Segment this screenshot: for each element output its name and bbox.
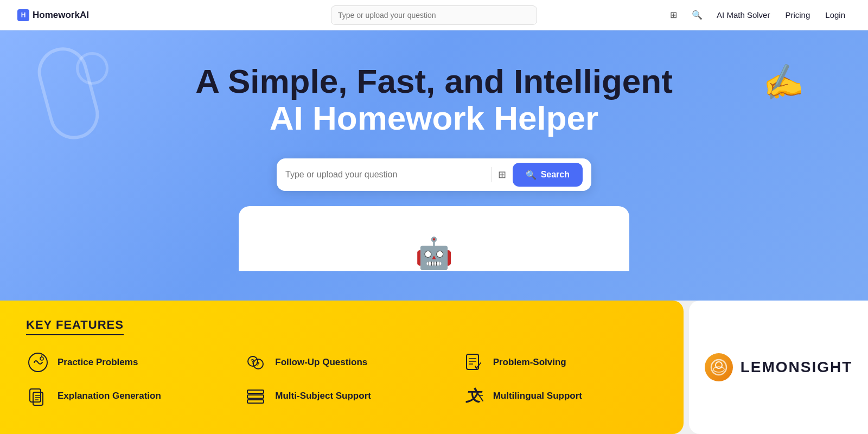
feature-label-practice-problems: Practice Problems <box>58 357 138 368</box>
search-btn-icon: 🔍 <box>526 170 537 180</box>
logo-icon: H <box>17 9 29 21</box>
multilingual-icon: 文 <box>462 384 486 408</box>
multisubject-icon <box>244 384 267 408</box>
search-icon-btn[interactable]: 🔍 <box>687 5 707 25</box>
nav-link-math-solver[interactable]: AI Math Solver <box>711 7 775 23</box>
brand-logo-circle <box>705 353 733 381</box>
feature-label-problem-solving: Problem-Solving <box>493 357 566 368</box>
hero-search-button[interactable]: 🔍 Search <box>513 163 583 187</box>
search-divider <box>491 167 492 182</box>
svg-text:?: ? <box>256 361 260 367</box>
feature-item-followup[interactable]: ? ? Follow-Up Questions <box>244 350 439 374</box>
feature-label-multilingual: Multilingual Support <box>493 391 582 401</box>
nav-search-input[interactable] <box>331 5 537 25</box>
problem-solving-icon <box>462 350 486 374</box>
hero-title: A Simple, Fast, and Intelligent AI Homew… <box>195 63 673 137</box>
svg-point-1 <box>40 357 43 360</box>
hero-preview-card: 🤖 <box>239 206 629 271</box>
feature-item-multisubject[interactable]: Multi-Subject Support <box>244 384 439 408</box>
robot-icon: 🤖 <box>415 235 453 271</box>
svg-rect-18 <box>247 400 264 403</box>
feature-item-problem-solving[interactable]: Problem-Solving <box>462 350 658 374</box>
hero-search-input[interactable] <box>285 170 484 180</box>
feature-label-followup: Follow-Up Questions <box>275 357 367 368</box>
logo[interactable]: H HomeworkAI <box>17 9 89 21</box>
hero-section: ✍️ A Simple, Fast, and Intelligent AI Ho… <box>0 30 868 301</box>
brand-panel: LEMONSIGHT <box>689 301 868 434</box>
bottom-section: KEY FEATURES Practice Problems <box>0 301 868 434</box>
writing-hand-icon: ✍️ <box>759 60 806 105</box>
followup-icon: ? ? <box>244 350 267 374</box>
svg-rect-16 <box>247 390 264 393</box>
svg-rect-12 <box>33 392 43 405</box>
hero-search-bar: ⊞ 🔍 Search <box>277 158 591 191</box>
svg-text:?: ? <box>251 358 254 365</box>
hero-title-line1: A Simple, Fast, and Intelligent <box>195 63 673 100</box>
search-btn-label: Search <box>541 170 570 180</box>
feature-item-practice-problems[interactable]: Practice Problems <box>26 350 222 374</box>
nav-search-area <box>331 5 537 25</box>
nav-link-pricing[interactable]: Pricing <box>780 7 815 23</box>
features-panel: KEY FEATURES Practice Problems <box>0 301 684 434</box>
feature-item-multilingual[interactable]: 文 Multilingual Support <box>462 384 658 408</box>
features-grid: Practice Problems ? ? Follow-Up Question… <box>26 350 658 408</box>
nav-link-login[interactable]: Login <box>820 7 851 23</box>
logo-text: HomeworkAI <box>33 10 89 21</box>
hero-title-line2: AI Homework Helper <box>195 100 673 137</box>
feature-label-multisubject: Multi-Subject Support <box>275 391 371 401</box>
svg-rect-17 <box>247 395 264 398</box>
feature-item-explanation[interactable]: Explanation Generation <box>26 384 222 408</box>
svg-point-24 <box>713 367 724 372</box>
navbar: H HomeworkAI ⊞ 🔍 AI Math Solver Pricing … <box>0 0 868 30</box>
features-title: KEY FEATURES <box>26 318 124 335</box>
explanation-icon <box>26 384 50 408</box>
calculator-icon-btn[interactable]: ⊞ <box>663 5 683 25</box>
feature-label-explanation: Explanation Generation <box>58 391 161 401</box>
brand-name: LEMONSIGHT <box>741 359 853 376</box>
practice-problems-icon <box>26 350 50 374</box>
hero-calc-icon[interactable]: ⊞ <box>498 169 506 181</box>
nav-right: ⊞ 🔍 AI Math Solver Pricing Login <box>663 5 851 25</box>
